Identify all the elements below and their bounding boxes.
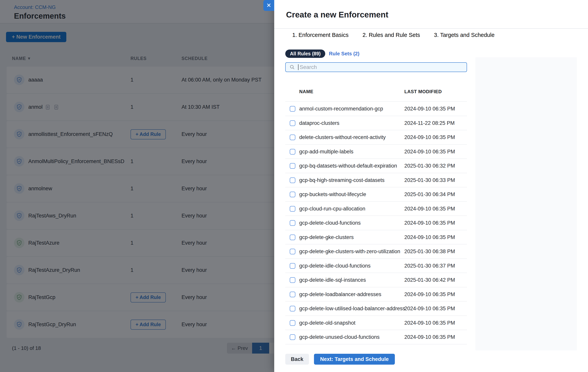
rule-name[interactable]: delete-clusters-without-recent-activity xyxy=(299,130,386,145)
rule-checkbox[interactable] xyxy=(290,306,295,311)
rule-name[interactable]: gcp-delete-idle-cloud-functions xyxy=(299,259,371,273)
rule-last-modified: 2024-09-10 06:35 PM xyxy=(404,302,455,316)
wizard-tab-label: 2. Rules and Rule Sets xyxy=(362,32,420,38)
rule-last-modified: 2025-01-30 06:37 PM xyxy=(404,259,455,273)
rule-last-modified: 2024-09-10 06:35 PM xyxy=(404,102,455,116)
rule-name[interactable]: gcp-delete-low-utilised-load-balancer-ad… xyxy=(299,302,405,316)
rule-last-modified: 2025-01-30 06:32 PM xyxy=(404,159,455,173)
rule-name[interactable]: gcp-bq-datasets-without-default-expirati… xyxy=(299,159,397,173)
rule-last-modified: 2025-01-30 06:33 PM xyxy=(404,173,455,187)
rule-row[interactable]: gcp-delete-unused-cloud-functions 2024-0… xyxy=(285,330,467,344)
search-input[interactable] xyxy=(298,64,467,70)
rule-checkbox[interactable] xyxy=(290,206,295,212)
rule-last-modified: 2024-09-10 06:35 PM xyxy=(404,316,455,330)
wizard-tabs: 1. Enforcement Basics 2. Rules and Rule … xyxy=(290,29,497,41)
rule-checkbox[interactable] xyxy=(290,120,295,126)
rule-checkbox[interactable] xyxy=(290,134,295,140)
rule-last-modified: 2024-09-10 06:35 PM xyxy=(404,230,455,245)
rule-name[interactable]: anmol-custom-recommendation-gcp xyxy=(299,102,383,116)
rule-checkbox[interactable] xyxy=(290,320,295,326)
rule-name[interactable]: gcp-delete-loadbalancer-addresses xyxy=(299,287,381,302)
wizard-tab[interactable]: 3. Targets and Schedule xyxy=(432,29,497,41)
rule-checkbox[interactable] xyxy=(290,249,295,254)
rules-list-header: NAME LAST MODIFIED xyxy=(285,89,467,98)
rule-name[interactable]: gcp-delete-old-snapshot xyxy=(299,316,356,330)
rule-last-modified: 2024-11-22 08:25 PM xyxy=(404,116,455,131)
rule-row[interactable]: gcp-delete-idle-cloud-functions 2025-01-… xyxy=(285,258,467,273)
rule-checkbox[interactable] xyxy=(290,263,295,269)
rule-last-modified: 2025-01-30 06:38 PM xyxy=(404,244,455,259)
rule-row[interactable]: anmol-custom-recommendation-gcp 2024-09-… xyxy=(285,101,467,116)
rule-name[interactable]: gcp-buckets-without-lifecycle xyxy=(299,187,366,202)
rules-column-name: NAME xyxy=(299,89,313,94)
rules-column-modified: LAST MODIFIED xyxy=(404,89,442,94)
rule-last-modified: 2024-09-10 06:35 PM xyxy=(404,130,455,145)
search-box xyxy=(285,62,467,72)
rule-row[interactable]: gcp-delete-gke-clusters-with-zero-utiliz… xyxy=(285,244,467,258)
search-icon xyxy=(290,65,295,70)
rule-name[interactable]: dataproc-clusters xyxy=(299,116,339,131)
rule-checkbox[interactable] xyxy=(290,149,295,154)
rule-name[interactable]: gcp-add-multiple-labels xyxy=(299,145,353,159)
rule-row[interactable]: gcp-delete-old-snapshot 2024-09-10 06:35… xyxy=(285,316,467,330)
rule-checkbox[interactable] xyxy=(290,192,295,197)
rule-row[interactable]: gcp-delete-idle-sql-instances 2025-01-30… xyxy=(285,273,467,287)
rule-row[interactable]: gcp-delete-cloud-functions 2024-09-10 06… xyxy=(285,216,467,230)
rule-checkbox[interactable] xyxy=(290,277,295,283)
rule-name[interactable]: gcp-delete-unused-cloud-functions xyxy=(299,330,379,344)
wizard-tab[interactable]: 2. Rules and Rule Sets xyxy=(360,29,422,41)
rule-checkbox[interactable] xyxy=(290,235,295,240)
rule-name[interactable]: gcp-delete-gke-clusters-with-zero-utiliz… xyxy=(299,244,400,259)
create-enforcement-drawer: ✕ Create a new Enforcement 1. Enforcemen… xyxy=(274,0,588,372)
wizard-tab-label: 3. Targets and Schedule xyxy=(434,32,494,38)
rule-last-modified: 2024-09-10 06:35 PM xyxy=(404,202,455,216)
rule-last-modified: 2024-09-10 06:35 PM xyxy=(404,145,455,159)
wizard-tab-label: 1. Enforcement Basics xyxy=(292,32,348,38)
rule-checkbox[interactable] xyxy=(290,220,295,226)
rule-row[interactable]: gcp-delete-loadbalancer-addresses 2024-0… xyxy=(285,287,467,301)
rule-checkbox[interactable] xyxy=(290,106,295,112)
rule-last-modified: 2024-09-10 06:35 PM xyxy=(404,287,455,302)
rules-list: anmol-custom-recommendation-gcp 2024-09-… xyxy=(285,101,467,344)
back-button[interactable]: Back xyxy=(285,354,309,365)
rule-last-modified: 2025-01-30 06:34 PM xyxy=(404,187,455,202)
rule-preview-panel xyxy=(475,57,577,350)
rule-name[interactable]: gcp-delete-gke-clusters xyxy=(299,230,354,245)
rule-checkbox[interactable] xyxy=(290,177,295,183)
wizard-tab[interactable]: 1. Enforcement Basics xyxy=(290,29,351,41)
rule-name[interactable]: gcp-delete-idle-sql-instances xyxy=(299,273,366,287)
rule-name[interactable]: gcp-bq-high-streaming-cost-datasets xyxy=(299,173,385,187)
rule-row[interactable]: gcp-add-multiple-labels 2024-09-10 06:35… xyxy=(285,144,467,159)
rule-row[interactable]: gcp-delete-gke-clusters 2024-09-10 06:35… xyxy=(285,230,467,244)
rule-row[interactable]: delete-clusters-without-recent-activity … xyxy=(285,130,467,144)
rule-name[interactable]: gcp-cloud-run-cpu-allocation xyxy=(299,202,365,216)
rule-last-modified: 2024-09-10 06:35 PM xyxy=(404,216,455,230)
drawer-title: Create a new Enforcement xyxy=(286,10,388,19)
rule-row[interactable]: gcp-buckets-without-lifecycle 2025-01-30… xyxy=(285,187,467,201)
all-rules-tab[interactable]: All Rules (89) xyxy=(285,50,325,58)
rule-last-modified: 2024-09-10 06:35 PM xyxy=(404,330,455,344)
close-icon[interactable]: ✕ xyxy=(263,0,274,11)
next-targets-schedule-button[interactable]: Next: Targets and Schedule xyxy=(314,354,395,365)
rule-row[interactable]: gcp-cloud-run-cpu-allocation 2024-09-10 … xyxy=(285,201,467,216)
rule-checkbox[interactable] xyxy=(290,163,295,169)
rule-row[interactable]: gcp-delete-low-utilised-load-balancer-ad… xyxy=(285,301,467,316)
rule-row[interactable]: dataproc-clusters 2024-11-22 08:25 PM xyxy=(285,116,467,130)
rule-checkbox[interactable] xyxy=(290,292,295,297)
rule-last-modified: 2025-01-30 06:42 PM xyxy=(404,273,455,287)
rule-row[interactable]: gcp-bq-datasets-without-default-expirati… xyxy=(285,158,467,173)
rule-name[interactable]: gcp-delete-cloud-functions xyxy=(299,216,361,230)
rule-row[interactable]: gcp-bq-high-streaming-cost-datasets 2025… xyxy=(285,173,467,187)
rule-sets-tab[interactable]: Rule Sets (2) xyxy=(329,50,359,58)
rule-checkbox[interactable] xyxy=(290,334,295,340)
